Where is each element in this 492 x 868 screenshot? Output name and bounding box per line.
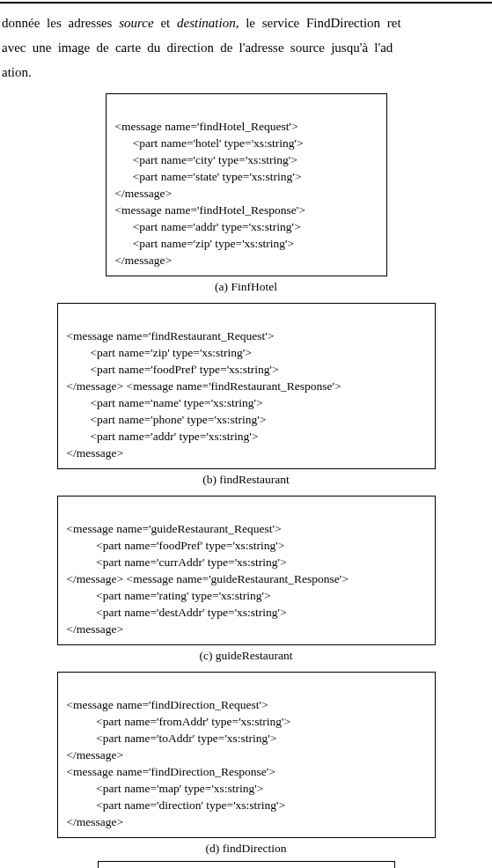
code-line: <part name='zip' type='xs:string'> bbox=[67, 346, 252, 359]
code-box-a: <message name='findHotel_Request'> <part… bbox=[106, 93, 387, 276]
source-italic: source bbox=[119, 16, 153, 30]
code-line: </message> <message name='findRestaurant… bbox=[67, 379, 341, 393]
code-box-b: <message name='findRestaurant_Request'> … bbox=[57, 303, 436, 469]
top-rule bbox=[0, 2, 492, 4]
code-line: <part name='phone' type='xs:string'> bbox=[67, 413, 267, 426]
code-line: <part name='addr' type='xs:string'> bbox=[67, 430, 259, 443]
intro-paragraph: donnée les adresses source et destinatio… bbox=[0, 11, 492, 85]
code-line: <part name='currAddr' type='xs:string'> bbox=[67, 555, 287, 569]
caption-a: (a) FinfHotel bbox=[0, 280, 492, 294]
code-line: <part name='zip' type='xs:string'> bbox=[115, 237, 295, 250]
code-line: <part name='toAddr' type='xs:string'> bbox=[67, 732, 277, 745]
caption-d: (d) findDirection bbox=[0, 842, 492, 856]
code-line: <part name='city' type='xs:string'> bbox=[115, 153, 297, 166]
code-line: <part name='direction' type='xs:string'> bbox=[67, 798, 286, 812]
para-line-2: avec une image de carte du direction de … bbox=[2, 35, 492, 60]
code-line: </message> bbox=[67, 748, 124, 761]
code-line: <part name='hotel' type='xs:string'> bbox=[115, 136, 304, 150]
code-line: <part name='fromAddr' type='xs:string'> bbox=[67, 715, 291, 728]
code-line: <message name='findHotel_Response'> bbox=[115, 203, 305, 217]
code-line: <message name='findRestaurant_Request'> bbox=[67, 329, 275, 342]
code-line: </message> bbox=[115, 187, 173, 200]
code-line: <part name='foodPref' type='xs:string'> bbox=[67, 363, 279, 376]
caption-c: (c) guideRestaurant bbox=[0, 649, 492, 663]
para-line-1: donnée les adresses source et destinatio… bbox=[2, 11, 492, 35]
code-box-d: <message name='findDirection_Request'> <… bbox=[57, 672, 436, 838]
text: et bbox=[160, 16, 170, 30]
para-line-3: ation. bbox=[2, 60, 492, 85]
caption-b: (b) findRestaurant bbox=[0, 473, 492, 487]
code-line: <part name='destAddr' type='xs:string'> bbox=[67, 606, 287, 619]
code-line: <message name='findDirection_Response'> bbox=[67, 765, 275, 778]
code-line: <part name='rating' type='xs:string'> bbox=[67, 589, 271, 602]
code-line: </message> bbox=[115, 254, 173, 267]
code-line: <part name='state' type='xs:string'> bbox=[115, 170, 302, 183]
code-line: </message> bbox=[67, 622, 124, 636]
code-line: </message> bbox=[67, 446, 124, 460]
text: , le service FindDirection ret bbox=[236, 16, 401, 30]
code-line: </message> bbox=[67, 815, 124, 828]
code-line: <part name='name' type='xs:string'> bbox=[67, 396, 263, 409]
code-line: <message name='findDirection_Request'> bbox=[67, 698, 268, 711]
code-line: <part name='map' type='xs:string'> bbox=[67, 782, 264, 795]
code-box-c: <message name='guideRestaurant_Request'>… bbox=[57, 496, 436, 645]
destination-italic: destination bbox=[177, 16, 236, 30]
text: donnée les adresses bbox=[2, 16, 112, 30]
table-caption-box: Tableau 4.1 : Exemple de services web bbox=[98, 861, 395, 868]
code-line: <part name='addr' type='xs:string'> bbox=[115, 220, 301, 233]
code-line: <part name='foodPref' type='xs:string'> bbox=[67, 539, 285, 552]
code-line: <message name='findHotel_Request'> bbox=[115, 120, 298, 133]
code-line: <message name='guideRestaurant_Request'> bbox=[67, 522, 282, 535]
code-line: </message> <message name='guideRestauran… bbox=[67, 572, 349, 585]
